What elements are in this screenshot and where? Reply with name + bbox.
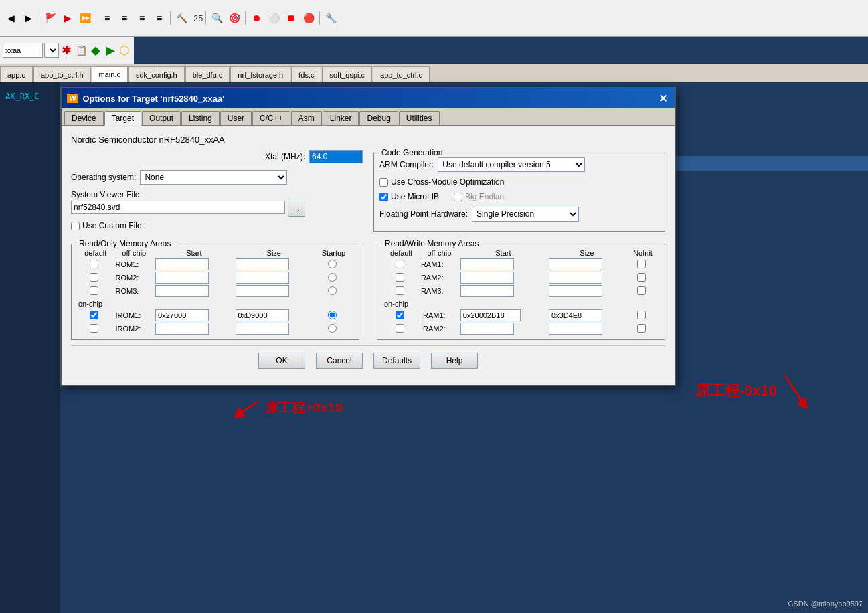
step-icon[interactable]: ⏩ — [77, 10, 93, 26]
ram3-noinit-cb[interactable] — [637, 286, 646, 295]
forward-icon[interactable]: ▶ — [20, 10, 36, 26]
fph-row: Floating Point Hardware: Single Precisio… — [379, 207, 659, 222]
rom2-start[interactable] — [155, 272, 209, 284]
tab-app-c[interactable]: app.c — [0, 66, 33, 82]
ram2-start[interactable] — [460, 272, 514, 284]
iram1-noinit-cb[interactable] — [637, 311, 646, 319]
cancel-button[interactable]: Cancel — [316, 353, 363, 369]
rom3-default-cb[interactable] — [90, 286, 98, 295]
target-options-icon[interactable]: ✱ — [60, 42, 74, 58]
defaults-button[interactable]: Defaults — [373, 353, 420, 369]
rom2-default-cb[interactable] — [90, 273, 98, 282]
ram3-start[interactable] — [460, 285, 514, 297]
ram2-default-cb[interactable] — [396, 273, 404, 282]
ram2-size[interactable] — [549, 272, 602, 284]
iram2-noinit-cb[interactable] — [637, 324, 646, 333]
dialog-tab-output[interactable]: Output — [142, 111, 181, 125]
irom1-start[interactable] — [155, 309, 209, 321]
microlib-checkbox[interactable] — [379, 193, 388, 201]
run-icon[interactable]: ▶ — [60, 10, 76, 26]
copy-icon[interactable]: 📋 — [75, 42, 88, 58]
rom3-size[interactable] — [236, 285, 289, 297]
big-endian-checkbox[interactable] — [454, 193, 462, 201]
rom1-size[interactable] — [236, 258, 289, 270]
cross-module-checkbox[interactable] — [379, 178, 388, 187]
dialog-tab-linker[interactable]: Linker — [323, 111, 359, 125]
iram2-default-cb[interactable] — [396, 324, 404, 333]
build-icon[interactable]: 🔨 — [173, 10, 189, 26]
target-input[interactable] — [3, 43, 43, 58]
rom1-default-cb[interactable] — [90, 260, 98, 268]
irom2-start[interactable] — [155, 323, 209, 335]
rom2-size[interactable] — [236, 272, 289, 284]
back-icon[interactable]: ◀ — [3, 10, 19, 26]
ram2-noinit-cb[interactable] — [637, 273, 646, 282]
record-icon[interactable]: ⏺ — [248, 10, 264, 26]
dialog-tab-device[interactable]: Device — [64, 111, 104, 125]
ram1-noinit-cb[interactable] — [637, 260, 646, 268]
iram2-start[interactable] — [460, 323, 514, 335]
iram1-default-cb[interactable] — [396, 311, 404, 319]
irom1-default-cb[interactable] — [90, 311, 98, 319]
align-icon[interactable]: ≡ — [134, 10, 150, 26]
svf-browse-button[interactable]: ... — [288, 201, 305, 217]
irom2-default-cb[interactable] — [90, 324, 98, 333]
target-select[interactable] — [44, 43, 59, 58]
green-diamond-icon[interactable]: ◆ — [89, 42, 102, 58]
iram1-size[interactable] — [549, 309, 602, 321]
irom2-size[interactable] — [236, 323, 289, 335]
iram1-start[interactable] — [460, 309, 521, 321]
ram1-default-cb[interactable] — [396, 260, 404, 268]
tab-app-to-ctrl-h[interactable]: app_to_ctrl.h — [33, 66, 91, 82]
help-button[interactable]: Help — [431, 353, 478, 369]
settings-icon[interactable]: 🔧 — [323, 10, 339, 26]
rom1-start[interactable] — [155, 258, 209, 270]
dialog-tab-utilities[interactable]: Utilities — [399, 111, 440, 125]
custom-file-checkbox[interactable] — [71, 222, 80, 230]
tab-app-to-ctrl-c[interactable]: app_to_ctrl.c — [373, 66, 430, 82]
dialog-tab-target[interactable]: Target — [104, 111, 141, 126]
xtal-input[interactable] — [309, 150, 363, 163]
irom1-size[interactable] — [236, 309, 289, 321]
run2-icon[interactable]: ▶ — [104, 42, 117, 58]
tab-ble-dfu-c[interactable]: ble_dfu.c — [185, 66, 230, 82]
dialog-tab-listing[interactable]: Listing — [181, 111, 220, 125]
dialog-close-button[interactable]: ✕ — [656, 92, 669, 105]
format-icon[interactable]: ≡ — [151, 10, 167, 26]
ram1-size[interactable] — [549, 258, 602, 270]
arm-compiler-select[interactable]: Use default compiler version 5 — [438, 157, 585, 172]
remove-icon[interactable]: ≡ — [116, 10, 133, 26]
iram2-size[interactable] — [549, 323, 602, 335]
table-row: IROM1: — [77, 309, 353, 322]
ram1-start[interactable] — [460, 258, 514, 270]
os-select[interactable]: None — [140, 170, 287, 185]
fph-select[interactable]: Single Precision — [472, 207, 579, 222]
ok-button[interactable]: OK — [258, 353, 305, 369]
power-icon[interactable]: 🔴 — [300, 10, 317, 26]
rom3-start[interactable] — [155, 285, 209, 297]
circle-icon[interactable]: ⚪ — [266, 10, 282, 26]
search-icon[interactable]: 🔍 — [209, 10, 225, 26]
tab-nrf-fstorage-h[interactable]: nrf_fstorage.h — [230, 66, 290, 82]
tab-soft-qspi-c[interactable]: soft_qspi.c — [322, 66, 372, 82]
ram3-default-cb[interactable] — [396, 286, 404, 295]
dialog-tab-debug[interactable]: Debug — [359, 111, 398, 125]
insert-icon[interactable]: ≡ — [99, 10, 115, 26]
ram3-size[interactable] — [549, 285, 602, 297]
dialog-tab-user[interactable]: User — [220, 111, 252, 125]
irom2-startup[interactable] — [328, 324, 337, 333]
rom2-startup[interactable] — [328, 273, 337, 282]
tab-sdk-config-h[interactable]: sdk_config.h — [128, 66, 185, 82]
rom1-startup[interactable] — [328, 260, 337, 268]
dialog-tab-cpp[interactable]: C/C++ — [252, 111, 290, 125]
flag-icon[interactable]: 🚩 — [42, 10, 58, 26]
svf-input[interactable] — [71, 201, 285, 214]
tab-main-c[interactable]: main.c — [92, 66, 128, 82]
dialog-tab-asm[interactable]: Asm — [291, 111, 322, 125]
tab-fds-c[interactable]: fds.c — [291, 66, 321, 82]
stop-icon[interactable]: ⏹ — [283, 10, 299, 26]
rom3-startup[interactable] — [328, 286, 337, 295]
irom1-startup[interactable] — [328, 311, 337, 319]
debug-icon[interactable]: ⬡ — [118, 42, 131, 58]
target-icon[interactable]: 🎯 — [226, 10, 242, 26]
